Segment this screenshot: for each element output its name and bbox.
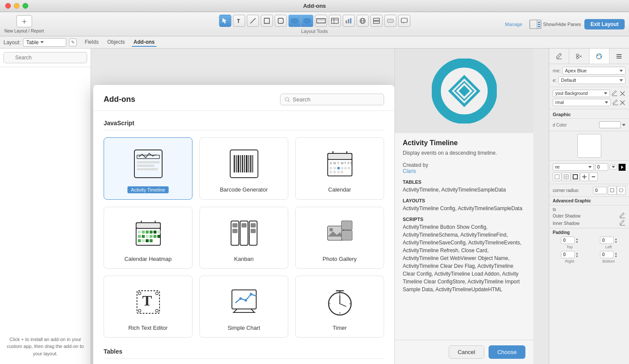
padding-right-down[interactable]: ▼ bbox=[576, 255, 579, 258]
addon-card-kanban[interactable]: Kanban bbox=[199, 207, 288, 269]
addon-card-simple-chart[interactable]: Simple Chart bbox=[199, 276, 288, 338]
border-minus-btn[interactable] bbox=[589, 172, 598, 181]
props-tool-pen[interactable] bbox=[549, 49, 569, 64]
padding-bottom-up[interactable]: ▲ bbox=[615, 252, 618, 255]
fill-edit-icon[interactable] bbox=[613, 100, 619, 106]
padding-bottom-down[interactable]: ▼ bbox=[615, 255, 618, 258]
line-color-select[interactable] bbox=[609, 165, 617, 169]
new-layout-button[interactable]: ＋ New Layout / Report bbox=[4, 15, 44, 33]
props-background-select[interactable]: yout Background bbox=[553, 90, 610, 97]
line-color-swatch[interactable] bbox=[619, 164, 626, 171]
fill-close-icon[interactable] bbox=[619, 100, 626, 106]
corner-square-btn[interactable] bbox=[608, 186, 616, 195]
chart-tool[interactable] bbox=[342, 15, 355, 27]
tab-objects[interactable]: Objects bbox=[105, 38, 127, 47]
svg-rect-5 bbox=[303, 19, 310, 23]
seg-btn-1[interactable] bbox=[288, 15, 300, 27]
border-outer-icon bbox=[573, 174, 578, 179]
layout-edit-button[interactable]: ✎ bbox=[69, 39, 77, 46]
detail-choose-button[interactable]: Choose bbox=[489, 345, 525, 359]
addon-card-photo-gallery[interactable]: Photo Gallery bbox=[295, 207, 384, 269]
padding-top-up[interactable]: ▲ bbox=[576, 237, 579, 240]
svg-rect-85 bbox=[142, 239, 145, 242]
seg-btn-2[interactable] bbox=[301, 15, 313, 27]
props-line-section: ne bbox=[549, 161, 629, 184]
props-line-select[interactable]: ne bbox=[553, 163, 594, 171]
tables-section-header: Tables bbox=[104, 348, 384, 359]
table-tool[interactable] bbox=[329, 15, 341, 27]
svg-rect-84 bbox=[138, 239, 141, 242]
close-button[interactable] bbox=[5, 3, 11, 9]
manage-button[interactable]: Manage bbox=[502, 20, 526, 29]
props-fill-color-section: d Color bbox=[549, 119, 629, 131]
padding-bottom-input[interactable] bbox=[600, 251, 614, 258]
detail-layouts-area: LAYOUTS ActivityTimeline Config, Activit… bbox=[403, 198, 525, 212]
svg-text:F: F bbox=[348, 162, 349, 165]
rectangle-tool[interactable] bbox=[261, 15, 273, 27]
minimize-button[interactable] bbox=[14, 3, 20, 9]
show-hide-panes[interactable]: Show/Hide Panes bbox=[529, 20, 581, 29]
props-tool-scissors[interactable] bbox=[569, 49, 589, 64]
maximize-button[interactable] bbox=[23, 3, 28, 9]
padding-top-input[interactable] bbox=[561, 237, 575, 244]
detail-tables-area: TABLES ActivityTimeline, ActivityTimelin… bbox=[403, 179, 525, 194]
addon-card-calendar[interactable]: S M T W T F S bbox=[295, 137, 384, 200]
padding-left-input[interactable] bbox=[600, 237, 614, 244]
layout-select-value: Table bbox=[26, 39, 39, 46]
portal-tool[interactable] bbox=[370, 15, 382, 27]
line-tool[interactable] bbox=[247, 15, 259, 27]
padding-left-area: ▲ ▼ Left bbox=[592, 237, 626, 249]
border-inner-btn[interactable] bbox=[580, 172, 589, 181]
line-width-input[interactable] bbox=[595, 163, 608, 171]
modal-search[interactable] bbox=[280, 94, 384, 105]
modal-search-input[interactable] bbox=[293, 96, 379, 103]
sidebar-search-input[interactable] bbox=[3, 52, 87, 63]
field-tool[interactable] bbox=[315, 15, 327, 27]
text-tool[interactable]: T bbox=[233, 15, 245, 27]
fill-color-swatch[interactable] bbox=[599, 121, 621, 128]
padding-left-controls: ▲ ▼ bbox=[600, 237, 618, 244]
props-tool-list[interactable] bbox=[609, 49, 629, 64]
tab-addons[interactable]: Add-ons bbox=[132, 38, 156, 47]
simple-chart-label-wrap: Simple Chart bbox=[207, 325, 281, 331]
button-tool[interactable] bbox=[384, 15, 396, 27]
exit-layout-button[interactable]: Exit Layout bbox=[584, 19, 625, 29]
popover-tool[interactable] bbox=[398, 15, 410, 27]
padding-left-spinner: ▲ ▼ bbox=[615, 237, 618, 244]
props-style-select[interactable]: Default bbox=[558, 76, 626, 84]
sidebar-hint: Click + to install an add-on in your cus… bbox=[0, 67, 91, 364]
addon-card-rich-text[interactable]: T Rich Text Editor bbox=[104, 276, 192, 338]
layout-bar: Layout: Table ✎ Fields Objects Add-ons bbox=[0, 36, 629, 49]
props-fill-select[interactable]: rmal bbox=[553, 99, 611, 106]
addon-card-barcode[interactable]: Barcode Generator bbox=[199, 137, 288, 200]
props-preview-area bbox=[549, 131, 629, 161]
web-viewer-tool[interactable] bbox=[356, 15, 368, 27]
border-outer-btn[interactable] bbox=[571, 172, 580, 181]
layout-select[interactable]: Table bbox=[23, 38, 66, 47]
javascript-section-header: JavaScript bbox=[104, 120, 384, 130]
padding-left-up[interactable]: ▲ bbox=[615, 237, 618, 240]
addon-card-timer[interactable]: Timer bbox=[295, 276, 384, 338]
padding-top-down[interactable]: ▼ bbox=[576, 240, 579, 244]
border-all-btn[interactable] bbox=[562, 172, 570, 181]
addon-card-calendar-heatmap[interactable]: Calendar Heatmap bbox=[104, 207, 192, 269]
corner-radius-input[interactable] bbox=[593, 187, 607, 194]
corner-round-btn[interactable] bbox=[617, 186, 626, 195]
tab-fields[interactable]: Fields bbox=[83, 38, 100, 47]
padding-right-input[interactable] bbox=[561, 251, 575, 258]
padding-left-down[interactable]: ▼ bbox=[615, 240, 618, 244]
inner-shadow-edit-icon[interactable] bbox=[619, 220, 626, 226]
outer-shadow-edit-icon[interactable] bbox=[619, 213, 626, 219]
props-tool-palette[interactable] bbox=[590, 49, 609, 64]
corner-type-group bbox=[608, 186, 626, 195]
detail-created-by-link[interactable]: Claris bbox=[403, 168, 525, 174]
padding-right-up[interactable]: ▲ bbox=[576, 252, 579, 255]
edit-icon[interactable] bbox=[612, 91, 618, 97]
props-theme-select[interactable]: Apex Blue bbox=[562, 67, 626, 75]
close-small-icon[interactable] bbox=[619, 91, 626, 97]
border-none-btn[interactable] bbox=[553, 172, 561, 181]
addon-card-activity-timeline[interactable]: Activity Timeline bbox=[104, 137, 192, 200]
rounded-rect-tool[interactable] bbox=[274, 15, 287, 27]
arrow-tool[interactable] bbox=[219, 15, 231, 27]
detail-cancel-button[interactable]: Cancel bbox=[449, 345, 484, 359]
